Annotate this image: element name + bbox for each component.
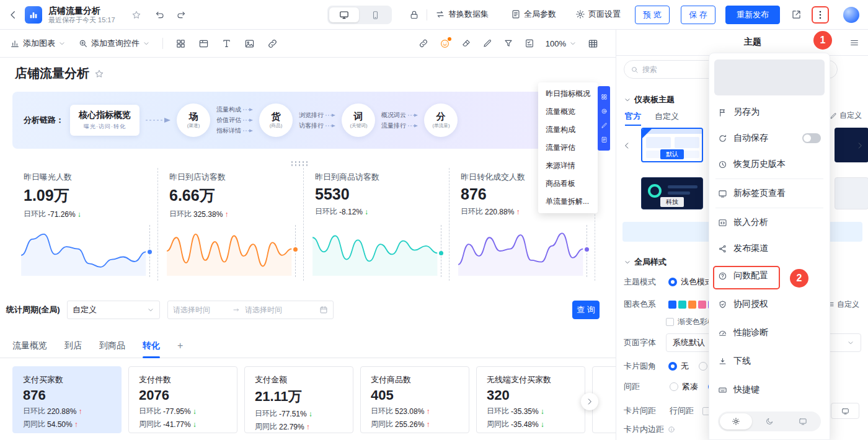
radius-small-radio[interactable] [699, 362, 707, 371]
avatar[interactable] [843, 7, 859, 23]
metric-card[interactable]: 昨日曝光人数 1.09万 日环比-71.26%↓ [12, 168, 158, 281]
date-start-input[interactable] [173, 306, 228, 314]
tab-traffic-overview[interactable]: 流量概览 [12, 333, 47, 358]
kpi-card[interactable]: 支付金额 21.11万 日环比-77.51%↓ 周同比22.79%↑ [244, 366, 353, 433]
anchor-item[interactable]: 流量概览 [538, 103, 598, 121]
date-range-picker[interactable] [167, 301, 334, 319]
query-button[interactable]: 查 询 [572, 301, 600, 319]
checklist-icon[interactable] [525, 38, 534, 48]
menu-item-ask-config[interactable]: 问数配置 [709, 262, 830, 290]
scroll-next-button[interactable] [581, 393, 598, 410]
chain-core-node[interactable]: 核心指标概览 曝光·访问·转化 [70, 105, 140, 136]
widget-drag-handle[interactable] [290, 161, 309, 166]
light-mode-radio[interactable] [668, 278, 677, 286]
anchor-item[interactable]: 来源详情 [538, 157, 598, 175]
date-end-input[interactable] [245, 306, 299, 314]
tab-conversion[interactable]: 转化 [143, 333, 160, 358]
anchor-item[interactable]: 昨日指标概况 [538, 85, 598, 103]
mobile-view-button[interactable] [360, 7, 390, 22]
anchor-item[interactable]: 商品看板 [538, 175, 598, 193]
menu-item-performance[interactable]: 性能诊断 [709, 319, 830, 347]
open-new-window-icon[interactable] [791, 9, 802, 20]
tab-theme[interactable]: 主题 [744, 37, 761, 48]
global-params-button[interactable]: 全局参数 [511, 9, 556, 20]
image-icon[interactable] [244, 38, 255, 49]
menu-item-new-tab[interactable]: 新标签页查看 [709, 180, 830, 206]
dashboard-theme-section[interactable]: 仪表板主题 [624, 94, 675, 105]
tab-to-product[interactable]: 到商品 [99, 333, 125, 358]
strip-doc-icon[interactable] [601, 136, 608, 143]
chain-node-channel[interactable]: 场 (渠道) [177, 103, 210, 137]
panel-hamburger-icon[interactable] [849, 38, 859, 48]
chain-node-goods[interactable]: 货 (商品) [259, 103, 293, 137]
favorite-star-icon[interactable] [131, 10, 141, 20]
add-control-button[interactable]: 添加查询控件 [78, 38, 150, 49]
anchor-item[interactable]: 单流量拆解... [538, 193, 598, 211]
menu-item-restore-history[interactable]: 恢复历史版本 [709, 151, 830, 177]
period-select[interactable]: 自定义 [67, 301, 160, 319]
magic-icon[interactable] [482, 38, 492, 48]
metric-card[interactable]: 昨日到商品访客数 5530 日环比-8.12%↓ [304, 168, 450, 281]
theme-tab-official[interactable]: 官方 [625, 111, 641, 122]
add-chart-button[interactable]: 添加图表 [10, 38, 66, 49]
menu-item-publish-channel[interactable]: 发布渠道 [709, 235, 830, 262]
theme-prev-icon[interactable] [622, 141, 631, 150]
anchor-item[interactable]: 流量构成 [538, 121, 598, 139]
dark-appearance-button[interactable] [753, 413, 786, 429]
eraser-icon[interactable] [461, 38, 471, 48]
kpi-card[interactable]: 支付件数 2076 日环比-77.95%↓ 周同比-41.77%↓ [128, 366, 237, 433]
metric-card[interactable]: 昨日到店访客数 6.66万 日环比325.38%↑ [158, 168, 304, 281]
lock-icon[interactable] [409, 10, 419, 20]
replace-dataset-button[interactable]: 替换数据集 [435, 9, 489, 20]
tab-to-store[interactable]: 到店 [64, 333, 82, 358]
redo-icon[interactable] [176, 10, 186, 20]
kpi-card[interactable]: 支付商品数 405 日环比523.08%↑ 周同比255.26%↑ [360, 366, 469, 433]
back-icon[interactable] [7, 9, 19, 20]
link-icon[interactable] [267, 38, 278, 49]
republish-button[interactable]: 重新发布 [725, 6, 780, 24]
page-settings-button[interactable]: 页面设置 [575, 9, 621, 20]
menu-item-offline[interactable]: 下线 [709, 347, 830, 376]
desktop-view-button[interactable] [329, 7, 359, 22]
edit-custom-theme-link[interactable]: 自定义 [830, 110, 862, 121]
tab-container-icon[interactable] [198, 38, 209, 49]
strip-pen-icon[interactable] [601, 122, 608, 129]
menu-item-embed[interactable]: 嵌入分析 [709, 209, 830, 235]
theme-thumb-default[interactable]: 默认 [641, 128, 703, 162]
sticker-icon[interactable] [440, 38, 450, 49]
menu-item-save-as[interactable]: 另存为 [709, 99, 830, 125]
filter-icon[interactable] [503, 38, 513, 48]
menu-item-shortcuts[interactable]: 快捷键 [709, 376, 830, 404]
light-appearance-button[interactable] [720, 413, 752, 429]
widget-icon[interactable] [175, 38, 186, 49]
strip-target-icon[interactable] [601, 108, 608, 115]
row-gap-control[interactable] [831, 403, 859, 419]
theme-thumb-partial-light[interactable] [835, 177, 868, 209]
text-icon[interactable] [221, 38, 232, 49]
gap-compact-radio[interactable] [670, 382, 678, 391]
gradient-checkbox[interactable] [666, 318, 674, 326]
add-tab-button[interactable]: + [177, 333, 183, 358]
kpi-card[interactable]: 无线端支付买家数 320 日环比-35.35%↓ 周同比-35.48%↓ [476, 366, 585, 433]
theme-next-icon[interactable] [856, 141, 864, 150]
chain-node-keyword[interactable]: 词 (关键词) [342, 103, 375, 137]
global-style-section[interactable]: 全局样式 [624, 257, 666, 268]
theme-thumb-tech[interactable]: 科技 [641, 177, 703, 209]
system-appearance-button[interactable] [787, 413, 819, 429]
save-button[interactable]: 保 存 [681, 6, 715, 24]
kpi-card[interactable]: 支付买家数 876 日环比220.88%↑ 周同比54.50%↑ [12, 366, 122, 433]
more-menu-button[interactable] [812, 6, 829, 24]
page-star-icon[interactable] [94, 69, 104, 79]
auto-save-toggle[interactable] [802, 133, 821, 143]
menu-item-collab-auth[interactable]: 协同授权 [709, 290, 830, 319]
zoom-control[interactable]: 100% [546, 39, 577, 48]
menu-item-auto-save[interactable]: 自动保存 [709, 125, 830, 151]
radius-none-radio[interactable] [668, 362, 677, 371]
style-link-icon[interactable] [418, 38, 428, 48]
preview-button[interactable]: 预 览 [635, 6, 670, 24]
undo-icon[interactable] [155, 10, 165, 20]
palette-custom-link[interactable]: 自定义 [827, 299, 859, 310]
theme-tab-custom[interactable]: 自定义 [655, 111, 679, 122]
strip-grid-icon[interactable] [601, 94, 608, 100]
grid-layout-icon[interactable] [588, 38, 598, 49]
